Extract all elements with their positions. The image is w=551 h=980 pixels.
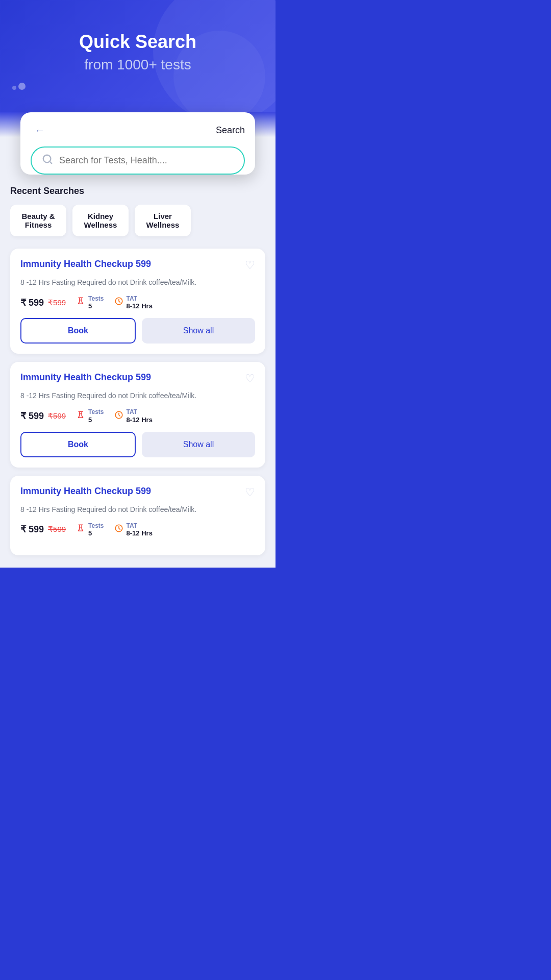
tat-label-1: TAT [127, 295, 153, 302]
card-header-3: Immunity Health Checkup 599 ♡ [20, 486, 255, 499]
heart-icon-1[interactable]: ♡ [245, 259, 255, 272]
svg-line-1 [49, 161, 52, 163]
tat-meta-1: TAT 8-12 Hrs [114, 295, 153, 310]
heart-icon-2[interactable]: ♡ [245, 372, 255, 385]
search-card: ← Search [20, 112, 255, 175]
dot-small-1 [12, 86, 16, 90]
test-tube-icon-1 [76, 297, 85, 308]
card-actions-2: Book Show all [20, 432, 255, 457]
back-icon: ← [35, 125, 45, 136]
page-wrapper: Quick Search from 1000+ tests ← Search [0, 0, 276, 568]
tat-value-2: 8-12 Hrs [127, 416, 153, 424]
tests-value-1: 5 [88, 302, 104, 310]
tests-text-3: Tests 5 [88, 522, 104, 537]
price-original-2: ₹599 [48, 411, 66, 421]
health-card-3: Immunity Health Checkup 599 ♡ 8 -12 Hrs … [10, 476, 265, 555]
recent-searches-title: Recent Searches [10, 186, 265, 197]
search-input-wrapper[interactable] [31, 146, 245, 175]
clock-icon-2 [114, 410, 123, 422]
show-all-button-2[interactable]: Show all [142, 432, 255, 457]
content-section: Recent Searches Beauty &Fitness KidneyWe… [0, 174, 276, 568]
card-actions-1: Book Show all [20, 318, 255, 344]
search-icon [42, 154, 53, 167]
show-all-button-1[interactable]: Show all [142, 318, 255, 344]
health-card-2: Immunity Health Checkup 599 ♡ 8 -12 Hrs … [10, 362, 265, 467]
tat-label-2: TAT [127, 408, 153, 415]
tests-value-2: 5 [88, 416, 104, 424]
health-card-1: Immunity Health Checkup 599 ♡ 8 -12 Hrs … [10, 249, 265, 354]
search-card-header: ← Search [31, 122, 245, 146]
tests-label-2: Tests [88, 408, 104, 415]
price-original-3: ₹599 [48, 525, 66, 534]
tat-text-1: TAT 8-12 Hrs [127, 295, 153, 310]
dots-decoration [10, 83, 26, 92]
tat-value-3: 8-12 Hrs [127, 529, 153, 537]
tat-text-3: TAT 8-12 Hrs [127, 522, 153, 537]
back-button[interactable]: ← [31, 122, 49, 138]
test-tube-icon-3 [76, 524, 85, 535]
book-button-1[interactable]: Book [20, 318, 136, 344]
card-desc-3: 8 -12 Hrs Fasting Required do not Drink … [20, 504, 255, 515]
price-current-3: ₹ 599 [20, 524, 44, 535]
chips-row: Beauty &Fitness KidneyWellness LiverWell… [10, 205, 265, 240]
card-title-1: Immunity Health Checkup 599 [20, 259, 240, 270]
chip-liver-wellness[interactable]: LiverWellness [135, 205, 191, 236]
dot-large [18, 83, 26, 90]
tests-text-2: Tests 5 [88, 408, 104, 423]
tat-text-2: TAT 8-12 Hrs [127, 408, 153, 423]
tat-value-1: 8-12 Hrs [127, 302, 153, 310]
search-input[interactable] [59, 155, 234, 166]
card-header-2: Immunity Health Checkup 599 ♡ [20, 372, 255, 385]
card-title-2: Immunity Health Checkup 599 [20, 372, 240, 383]
tests-label-3: Tests [88, 522, 104, 529]
card-title-3: Immunity Health Checkup 599 [20, 486, 240, 497]
test-tube-icon-2 [76, 410, 85, 422]
tests-meta-3: Tests 5 [76, 522, 104, 537]
price-current-1: ₹ 599 [20, 297, 44, 308]
tests-meta-1: Tests 5 [76, 295, 104, 310]
tests-meta-2: Tests 5 [76, 408, 104, 423]
price-section-2: ₹ 599 ₹599 [20, 410, 66, 422]
hero-title: Quick Search [20, 31, 255, 53]
price-original-1: ₹599 [48, 298, 66, 307]
tat-meta-2: TAT 8-12 Hrs [114, 408, 153, 423]
tests-text-1: Tests 5 [88, 295, 104, 310]
search-label-text: Search [216, 125, 245, 136]
hero-subtitle: from 1000+ tests [20, 57, 255, 73]
tat-label-3: TAT [127, 522, 153, 529]
heart-icon-3[interactable]: ♡ [245, 486, 255, 499]
chip-beauty-fitness[interactable]: Beauty &Fitness [10, 205, 66, 236]
card-desc-2: 8 -12 Hrs Fasting Required do not Drink … [20, 390, 255, 401]
tests-value-3: 5 [88, 529, 104, 537]
card-meta-2: ₹ 599 ₹599 Tests 5 [20, 408, 255, 423]
clock-icon-1 [114, 297, 123, 308]
price-section-1: ₹ 599 ₹599 [20, 297, 66, 308]
card-desc-1: 8 -12 Hrs Fasting Required do not Drink … [20, 277, 255, 288]
card-meta-3: ₹ 599 ₹599 Tests 5 [20, 522, 255, 537]
card-meta-1: ₹ 599 ₹599 Tests 5 [20, 295, 255, 310]
tat-meta-3: TAT 8-12 Hrs [114, 522, 153, 537]
tests-label-1: Tests [88, 295, 104, 302]
card-header-1: Immunity Health Checkup 599 ♡ [20, 259, 255, 272]
price-section-3: ₹ 599 ₹599 [20, 524, 66, 535]
book-button-2[interactable]: Book [20, 432, 136, 457]
clock-icon-3 [114, 524, 123, 535]
price-current-2: ₹ 599 [20, 410, 44, 422]
chip-kidney-wellness[interactable]: KidneyWellness [72, 205, 129, 236]
hero-section: Quick Search from 1000+ tests [0, 0, 276, 112]
